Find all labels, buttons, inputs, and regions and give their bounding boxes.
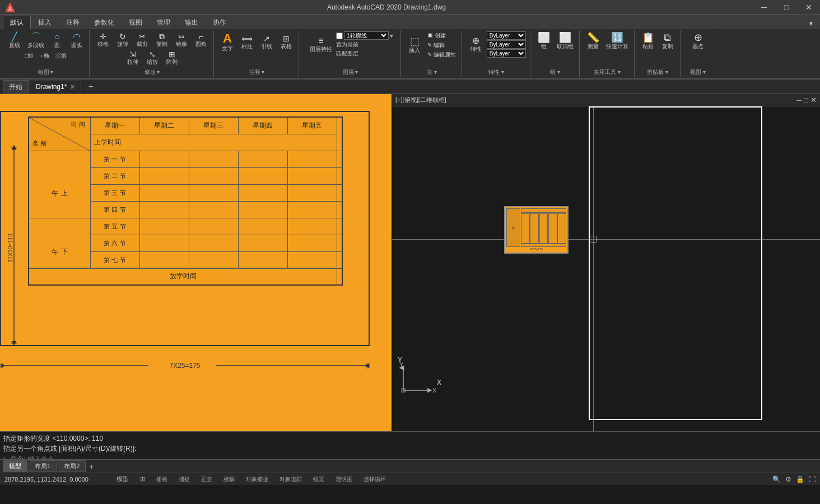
viewport-header: [+][俯视][二维线框] ─ □ ✕ <box>392 94 820 106</box>
close-drawing1[interactable]: ✕ <box>70 83 75 91</box>
quickcalc-button[interactable]: 🔢 快速计算 <box>604 31 631 52</box>
period2-thu <box>287 167 337 184</box>
text-icon: A <box>223 32 232 45</box>
layout-tab-1[interactable]: 布局1 <box>29 460 57 472</box>
create-block-button[interactable]: ▣ 创建 <box>425 31 458 40</box>
ribbon-tab-输出[interactable]: 输出 <box>178 16 206 29</box>
copy-button[interactable]: ⧉ 复制 <box>153 31 171 49</box>
horiz-dim-svg: 7X25=175 <box>0 357 370 377</box>
bylayer-select1[interactable]: ByLayer <box>487 31 526 40</box>
ellipse-button[interactable]: ○椭 <box>38 52 52 60</box>
snap2-button[interactable]: 捕捉 <box>179 475 190 483</box>
window-controls: ─ □ ✕ <box>753 0 820 15</box>
置为当前-btn[interactable]: 置为当前 <box>336 41 358 49</box>
layout-tab-2[interactable]: 布局2 <box>58 460 86 472</box>
ribbon-tab-extra[interactable]: ▾ <box>802 17 820 29</box>
layer-row1: 1轮廓线 ▾ <box>336 31 393 40</box>
osnap-button[interactable]: 对象捕捉 <box>246 475 268 483</box>
table-button[interactable]: ⊞ 表格 <box>277 34 295 52</box>
zoom-button[interactable]: 🔍 <box>772 475 781 483</box>
ucs-svg: X Y <box>398 362 442 396</box>
ungroup-icon: ⬜ <box>559 32 571 43</box>
vp-close-btn[interactable]: ✕ <box>810 96 817 104</box>
props-match-button[interactable]: ⊕ 特性 <box>467 35 485 54</box>
line-button[interactable]: ╱ 直线 <box>6 31 24 50</box>
paste-button[interactable]: 📋 粘贴 <box>639 31 657 52</box>
doc-tab-drawing1[interactable]: Drawing1* ✕ <box>30 81 81 92</box>
svg-text:Y: Y <box>399 362 404 368</box>
dim-button[interactable]: ⟺ 标注 <box>238 34 256 52</box>
fillet-icon: ⌐ <box>199 32 203 40</box>
ribbon-tab-默认[interactable]: 默认 <box>3 16 31 29</box>
bylayer-select2[interactable]: ByLayer <box>487 40 526 49</box>
maximize-button[interactable]: □ <box>775 0 798 15</box>
edit-block-button[interactable]: ✎ 编辑 <box>425 41 458 50</box>
trim-button[interactable]: ✂ 截剪 <box>133 31 151 49</box>
rotate-button[interactable]: ↻ 旋转 <box>114 31 132 49</box>
ribbon-tab-管理[interactable]: 管理 <box>150 16 178 29</box>
time-label: 时 间 <box>71 120 85 129</box>
group-button[interactable]: ⬜ 组 <box>535 31 553 52</box>
snap-button[interactable]: ⊞ <box>140 475 145 483</box>
model-indicator[interactable]: 模型 <box>117 475 129 483</box>
viewport-right[interactable]: [+][俯视][二维线框] ─ □ ✕ 类 <box>392 94 820 431</box>
mini-thumbnail: 类 7X25=175 <box>504 206 569 254</box>
ribbon-tab-插入[interactable]: 插入 <box>31 16 59 29</box>
array-button[interactable]: ⊞ 阵列 <box>163 49 181 67</box>
ribbon-tab-协作[interactable]: 协作 <box>206 16 234 29</box>
measure-button[interactable]: 📏 测量 <box>584 31 602 52</box>
settings-button[interactable]: ⚙ <box>785 475 791 483</box>
edit-attr-button[interactable]: ✎ 编辑属性 <box>425 50 458 59</box>
insert-block-button[interactable]: ⬚ 插入 <box>406 35 423 55</box>
group-label-实用工具: 实用工具 ▾ <box>594 67 621 76</box>
close-button[interactable]: ✕ <box>798 0 820 15</box>
bylayer-row2: ByLayer <box>487 40 526 49</box>
layer-dropdown-arrow[interactable]: ▾ <box>390 32 393 40</box>
new-layout-button[interactable]: + <box>89 462 94 471</box>
text-button[interactable]: A 文字 <box>218 31 236 54</box>
fillet-button[interactable]: ⌐ 圆角 <box>192 31 210 49</box>
ribbon-tab-视图[interactable]: 视图 <box>122 16 150 29</box>
stretch-button[interactable]: ⇲ 拉伸 <box>124 49 142 67</box>
measure-icon: 📏 <box>587 32 599 43</box>
rect-button[interactable]: □矩 <box>22 52 36 60</box>
copy-clip-button[interactable]: ⧉ 复制 <box>659 31 677 52</box>
ortho-button[interactable]: 正交 <box>201 475 212 483</box>
匹配图层-btn[interactable]: 匹配图层 <box>336 50 358 58</box>
hatch-button[interactable]: ▨填 <box>53 52 69 60</box>
doc-tab-开始[interactable]: 开始 <box>3 80 29 94</box>
ribbon-tab-参数化[interactable]: 参数化 <box>87 16 122 29</box>
bylayer-select3[interactable]: ByLayer <box>487 49 526 58</box>
layer-props-button[interactable]: ≡ 图层特性 <box>308 35 334 54</box>
vp-maximize-btn[interactable]: □ <box>804 96 808 104</box>
lock-button[interactable]: 🔒 <box>796 475 804 483</box>
new-tab-button[interactable]: + <box>85 81 97 92</box>
vp-minimize-btn[interactable]: ─ <box>796 96 802 104</box>
ribbon-tab-注释[interactable]: 注释 <box>59 16 87 29</box>
bylayer-row1: ByLayer <box>487 31 526 40</box>
fullscreen-button[interactable]: ⛶ <box>809 475 816 483</box>
circle-button[interactable]: ○ 圆 <box>48 31 66 50</box>
scale-button[interactable]: ⤡ 缩放 <box>143 49 161 67</box>
polyline-button[interactable]: ⌒ 多段线 <box>25 31 46 50</box>
layer-select[interactable]: 1轮廓线 <box>344 31 389 40</box>
draw-buttons-row2: □矩 ○椭 ▨填 <box>22 52 68 60</box>
period5-wed <box>238 218 287 235</box>
block-buttons: ⬚ 插入 ▣ 创建 ✎ 编辑 ✎ 编辑属性 <box>406 31 458 59</box>
layout-tab-model[interactable]: 模型 <box>3 460 27 472</box>
group-buttons: ⬜ 组 ⬜ 取消组 <box>535 31 576 52</box>
grid-button[interactable]: 栅格 <box>156 475 167 483</box>
lineweight-button[interactable]: 线宽 <box>313 475 324 483</box>
move-button[interactable]: ✛ 移动 <box>94 31 112 49</box>
ungroup-button[interactable]: ⬜ 取消组 <box>555 31 576 52</box>
mirror-button[interactable]: ⇔ 镜像 <box>173 31 190 49</box>
transparency-button[interactable]: 透明度 <box>336 475 352 483</box>
otrack-button[interactable]: 对象追踪 <box>279 475 302 483</box>
leader-button[interactable]: ↗ 引线 <box>258 34 276 52</box>
polar-button[interactable]: 极轴 <box>223 475 235 483</box>
cmd-line1: 指定矩形的宽度 <110.0000>: 110 <box>3 434 817 444</box>
minimize-button[interactable]: ─ <box>753 0 775 15</box>
basepoint-button[interactable]: ⊕ 基点 <box>689 31 707 52</box>
selection-button[interactable]: 选择循环 <box>364 475 386 483</box>
arc-button[interactable]: ◠ 圆弧 <box>68 31 86 50</box>
